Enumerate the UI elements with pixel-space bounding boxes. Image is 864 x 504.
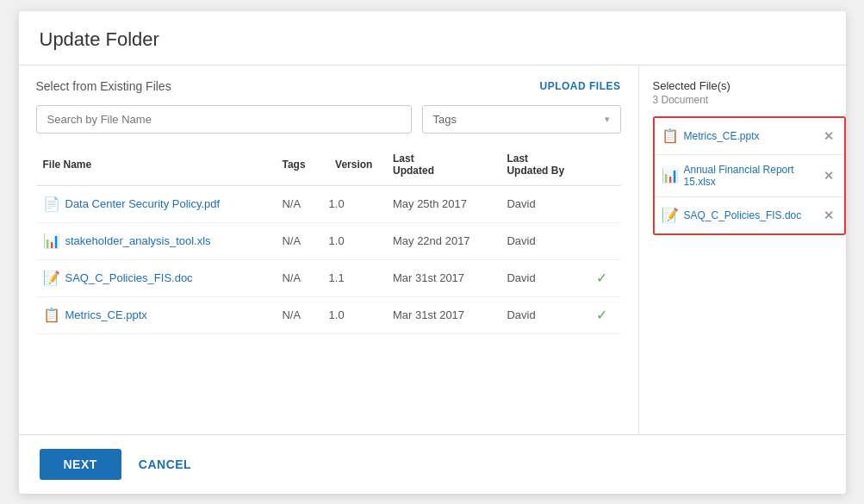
selected-files-count: 3 Document [653,94,846,106]
file-link-0[interactable]: 📄 Data Center Security Policy.pdf [43,195,269,214]
remove-file-button-1[interactable]: ✕ [820,170,837,182]
selected-file-name: SAQ_C_Policies_FIS.doc [684,209,820,221]
check-icon: ✓ [596,271,607,285]
section-header: Select from Existing Files UPLOAD FILES [36,79,621,93]
col-filename: File Name [36,147,276,186]
file-version-cell: 1.0 [322,222,386,259]
file-name-cell: 📄 Data Center Security Policy.pdf [36,185,276,222]
doc-icon: 📝 [662,206,679,225]
chevron-down-icon: ▾ [605,114,610,125]
file-name-cell: 📝 SAQ_C_Policies_FIS.doc [36,259,276,296]
file-table: File Name Tags Version LastUpdated LastU… [36,147,621,334]
right-panel: Selected File(s) 3 Document 📋 Metrics_CE… [639,65,846,434]
file-updated-cell: Mar 31st 2017 [386,259,500,296]
section-title: Select from Existing Files [36,79,171,93]
file-list-container: File Name Tags Version LastUpdated LastU… [36,147,621,334]
table-row: 📋 Metrics_CE.pptx N/A 1.0 Mar 31st 2017 … [36,296,621,333]
selected-file-name: Annual Financial Report 15.xlsx [684,164,820,188]
update-folder-modal: Update Folder Select from Existing Files… [19,11,846,494]
file-selected-cell: ✓ [589,259,620,296]
selected-file-item: 📋 Metrics_CE.pptx ✕ [655,118,844,155]
table-header-row: File Name Tags Version LastUpdated LastU… [36,147,621,186]
file-version-cell: 1.0 [322,296,386,333]
table-row: 📄 Data Center Security Policy.pdf N/A 1.… [36,185,621,222]
tags-label: Tags [433,113,457,126]
table-row: 📝 SAQ_C_Policies_FIS.doc N/A 1.1 Mar 31s… [36,259,621,296]
selected-file-item: 📝 SAQ_C_Policies_FIS.doc ✕ [655,197,844,233]
file-tags-cell: N/A [275,222,321,259]
file-version-cell: 1.1 [322,259,386,296]
remove-file-button-2[interactable]: ✕ [820,209,837,221]
file-updatedby-cell: David [500,222,589,259]
selected-file-name: Metrics_CE.pptx [684,130,820,142]
check-icon: ✓ [596,308,607,322]
file-updatedby-cell: David [500,259,589,296]
left-panel: Select from Existing Files UPLOAD FILES … [19,65,639,434]
file-updated-cell: May 22nd 2017 [386,222,500,259]
pptx-icon: 📋 [43,306,60,325]
file-selected-cell [589,185,620,222]
file-selected-cell: ✓ [589,296,620,333]
selected-file-item: 📊 Annual Financial Report 15.xlsx ✕ [655,155,844,197]
col-tags: Tags [275,147,321,186]
file-tags-cell: N/A [275,296,321,333]
search-input[interactable] [36,105,412,134]
xls-icon: 📊 [43,232,60,251]
file-version-cell: 1.0 [322,185,386,222]
col-updated-by: LastUpdated By [500,147,589,186]
pdf-icon: 📄 [43,195,60,214]
selected-files-list: 📋 Metrics_CE.pptx ✕ 📊 Annual Financial R… [653,116,846,235]
filters-row: Tags ▾ [36,105,621,134]
file-name-cell: 📋 Metrics_CE.pptx [36,296,276,333]
table-row: 📊 stakeholder_analysis_tool.xls N/A 1.0 … [36,222,621,259]
xls-icon: 📊 [662,166,679,185]
modal-body: Select from Existing Files UPLOAD FILES … [19,65,846,434]
file-tags-cell: N/A [275,259,321,296]
file-updatedby-cell: David [500,296,589,333]
cancel-button[interactable]: CANCEL [139,457,191,471]
pptx-icon: 📋 [662,127,679,146]
file-updated-cell: May 25th 2017 [386,185,500,222]
file-selected-cell [589,222,620,259]
file-name-cell: 📊 stakeholder_analysis_tool.xls [36,222,276,259]
next-button[interactable]: NEXT [40,449,121,480]
file-tags-cell: N/A [275,185,321,222]
col-last-updated: LastUpdated [386,147,500,186]
file-updatedby-cell: David [500,185,589,222]
modal-title: Update Folder [40,28,825,51]
modal-footer: NEXT CANCEL [19,434,846,494]
file-link-1[interactable]: 📊 stakeholder_analysis_tool.xls [43,232,269,251]
file-updated-cell: Mar 31st 2017 [386,296,500,333]
tags-dropdown[interactable]: Tags ▾ [422,105,621,134]
upload-files-button[interactable]: UPLOAD FILES [539,80,620,92]
col-version: Version [322,147,386,186]
modal-header: Update Folder [19,11,846,65]
file-link-3[interactable]: 📋 Metrics_CE.pptx [43,306,269,325]
file-link-2[interactable]: 📝 SAQ_C_Policies_FIS.doc [43,269,269,288]
remove-file-button-0[interactable]: ✕ [820,130,837,142]
doc-icon: 📝 [43,269,60,288]
selected-files-title: Selected File(s) [653,79,846,92]
col-check [589,147,620,186]
